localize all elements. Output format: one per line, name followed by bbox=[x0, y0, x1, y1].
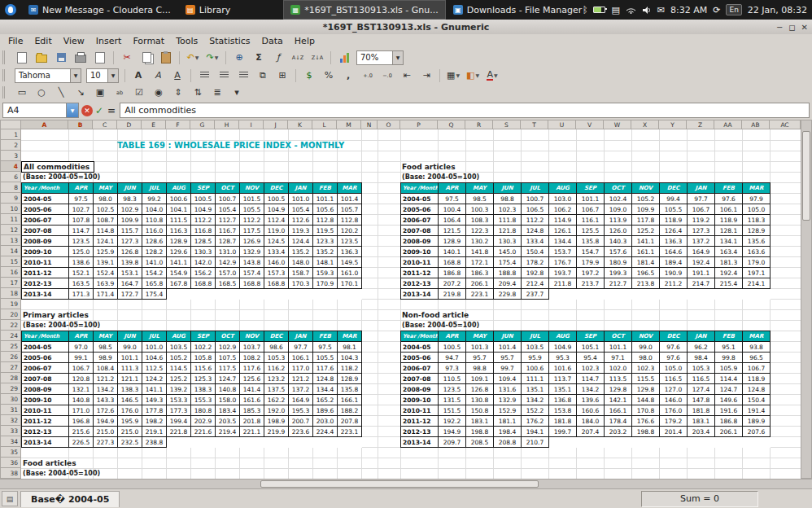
value-cell[interactable]: 148.0 bbox=[289, 257, 313, 268]
column-header-P[interactable]: P bbox=[400, 120, 438, 129]
menu-tools[interactable]: Tools bbox=[170, 35, 203, 47]
value-cell[interactable]: 124.5 bbox=[264, 236, 289, 247]
new-file-button[interactable] bbox=[13, 50, 31, 66]
value-cell[interactable]: 108.3 bbox=[466, 215, 494, 226]
value-cell[interactable]: 123.5 bbox=[338, 236, 362, 247]
month-header[interactable]: AUG bbox=[167, 331, 191, 342]
value-cell[interactable]: 101.4 bbox=[338, 194, 362, 204]
year-cell[interactable]: 2009-10 bbox=[22, 247, 69, 257]
value-cell[interactable]: 184.0 bbox=[577, 416, 605, 427]
month-header[interactable]: FEB bbox=[313, 183, 338, 194]
value-cell[interactable]: 101.1 bbox=[313, 194, 338, 204]
value-cell[interactable]: 117.5 bbox=[216, 363, 240, 374]
value-cell[interactable]: 123.5 bbox=[439, 384, 466, 395]
value-cell[interactable]: 100.6 bbox=[167, 194, 191, 204]
row-header-8[interactable]: 8 bbox=[1, 182, 21, 193]
value-cell[interactable]: 164.6 bbox=[660, 247, 688, 257]
column-header-V[interactable]: V bbox=[576, 120, 604, 129]
select-all-corner[interactable] bbox=[0, 120, 21, 129]
value-cell[interactable] bbox=[289, 437, 313, 448]
open-button[interactable] bbox=[33, 50, 50, 66]
value-cell[interactable]: 97.3 bbox=[439, 363, 466, 374]
value-cell[interactable]: 209.7 bbox=[439, 437, 466, 448]
month-header[interactable]: FEB bbox=[715, 331, 743, 342]
value-cell[interactable]: 99.8 bbox=[715, 353, 743, 363]
horizontal-scrollbar[interactable] bbox=[0, 479, 812, 489]
value-cell[interactable]: 128.9 bbox=[338, 374, 362, 384]
borders-button[interactable]: ▦▼ bbox=[444, 68, 462, 84]
value-cell[interactable]: 214.7 bbox=[688, 278, 715, 289]
value-cell[interactable]: 134.2 bbox=[94, 384, 118, 395]
mail-indicator-icon[interactable]: ✉ bbox=[657, 5, 665, 15]
value-cell[interactable]: 194.9 bbox=[439, 427, 466, 437]
value-cell[interactable]: 101.4 bbox=[494, 342, 522, 353]
value-cell[interactable]: 104.9 bbox=[264, 204, 289, 215]
value-cell[interactable]: 181.8 bbox=[549, 416, 577, 427]
value-cell[interactable]: 188.2 bbox=[338, 405, 362, 416]
value-cell[interactable]: 95.9 bbox=[522, 353, 549, 363]
value-cell[interactable]: 116.2 bbox=[264, 363, 289, 374]
value-cell[interactable]: 203.5 bbox=[216, 416, 240, 427]
row-header-9[interactable]: 9 bbox=[1, 193, 21, 204]
value-cell[interactable]: 105.3 bbox=[688, 363, 715, 374]
value-cell[interactable]: 98.0 bbox=[94, 194, 118, 204]
print-button[interactable] bbox=[72, 50, 89, 66]
month-header[interactable]: APR bbox=[439, 183, 466, 194]
value-cell[interactable]: 219.8 bbox=[439, 289, 466, 300]
value-cell[interactable]: 124.8 bbox=[522, 226, 549, 236]
column-header-K[interactable]: K bbox=[288, 120, 312, 129]
value-cell[interactable]: 158.7 bbox=[289, 268, 313, 278]
month-header[interactable]: OCT bbox=[216, 331, 240, 342]
column-header-AA[interactable]: AA bbox=[714, 120, 742, 129]
value-cell[interactable]: 119.5 bbox=[313, 226, 338, 236]
year-cell[interactable]: 2007-08 bbox=[22, 374, 69, 384]
thousands-separator-button[interactable]: , bbox=[339, 68, 357, 84]
value-cell[interactable]: 102.9 bbox=[216, 342, 240, 353]
value-cell[interactable]: 97.7 bbox=[688, 194, 715, 204]
value-cell[interactable]: 221.6 bbox=[191, 427, 216, 437]
value-cell[interactable]: 113.7 bbox=[549, 374, 577, 384]
taskbar-item[interactable]: ▣Downloads - File Manager bbox=[446, 0, 590, 20]
value-cell[interactable]: 175.4 bbox=[494, 257, 522, 268]
value-cell[interactable]: 224.4 bbox=[313, 427, 338, 437]
value-cell[interactable] bbox=[289, 289, 313, 300]
value-cell[interactable]: 101.6 bbox=[549, 363, 577, 374]
sheet-tab[interactable]: Base� 2004-05 bbox=[20, 491, 120, 507]
wifi-icon[interactable] bbox=[626, 6, 636, 14]
value-cell[interactable]: 138.6 bbox=[69, 257, 94, 268]
redo-button[interactable]: ↷▼ bbox=[203, 50, 221, 66]
value-cell[interactable]: 99.7 bbox=[494, 363, 522, 374]
value-cell[interactable]: 178.4 bbox=[605, 416, 632, 427]
value-cell[interactable]: 119.2 bbox=[688, 215, 715, 226]
value-cell[interactable]: 108.2 bbox=[240, 353, 264, 363]
month-header[interactable]: DEC bbox=[660, 183, 688, 194]
month-header[interactable]: MAR bbox=[338, 331, 362, 342]
year-month-header[interactable]: Year /Month bbox=[22, 183, 69, 194]
value-cell[interactable] bbox=[688, 437, 715, 448]
row-header-18[interactable]: 18 bbox=[1, 288, 21, 299]
value-cell[interactable]: 144.8 bbox=[632, 395, 660, 405]
year-cell[interactable]: 2010-11 bbox=[22, 405, 69, 416]
value-cell[interactable]: 105.1 bbox=[577, 342, 605, 353]
value-cell[interactable]: 109.0 bbox=[605, 204, 632, 215]
row-header-24[interactable]: 24 bbox=[1, 331, 21, 341]
value-cell[interactable]: 203.4 bbox=[688, 427, 715, 437]
value-cell[interactable]: 152.1 bbox=[69, 268, 94, 278]
value-cell[interactable]: 101.1 bbox=[605, 342, 632, 353]
updates-icon[interactable]: ⟳ bbox=[713, 5, 720, 15]
value-cell[interactable]: 171.4 bbox=[94, 289, 118, 300]
value-cell[interactable]: 197.2 bbox=[577, 268, 605, 278]
year-cell[interactable]: 2007-08 bbox=[401, 226, 439, 236]
value-cell[interactable]: 154.2 bbox=[142, 268, 167, 278]
value-cell[interactable]: 140.8 bbox=[216, 384, 240, 395]
column-header-O[interactable]: O bbox=[378, 120, 400, 129]
value-cell[interactable]: 181.8 bbox=[688, 405, 715, 416]
value-cell[interactable] bbox=[191, 437, 216, 448]
value-cell[interactable]: 105.9 bbox=[715, 363, 743, 374]
value-cell[interactable]: 131.5 bbox=[439, 395, 466, 405]
value-cell[interactable]: 227.3 bbox=[94, 437, 118, 448]
month-header[interactable]: OCT bbox=[216, 183, 240, 194]
font-name-select[interactable]: Tahoma ▼ bbox=[15, 68, 81, 83]
value-cell[interactable]: 232.5 bbox=[118, 437, 142, 448]
value-cell[interactable]: 194.9 bbox=[94, 416, 118, 427]
